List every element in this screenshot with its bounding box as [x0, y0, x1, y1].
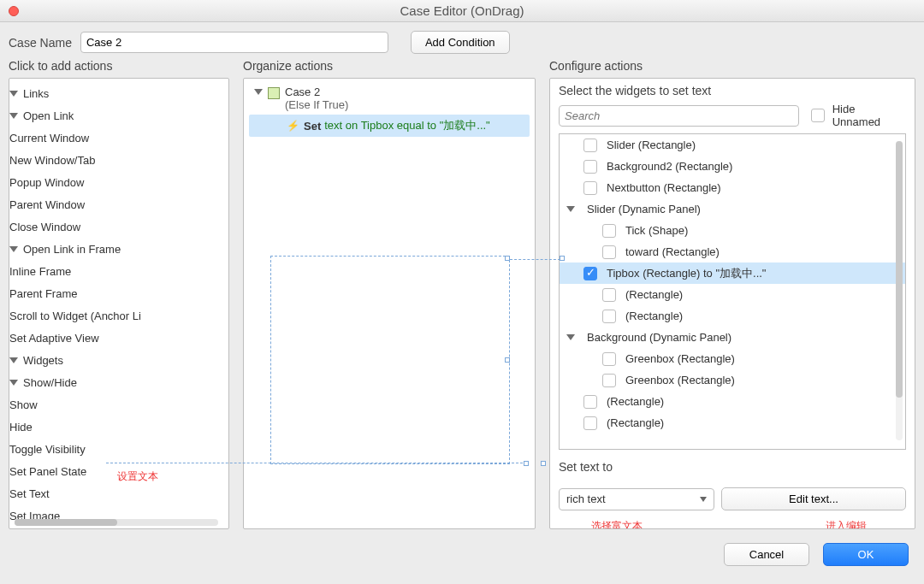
tree-set-text[interactable]: Set Text: [9, 484, 228, 503]
widget-label: Background (Dynamic Panel): [587, 331, 732, 344]
configure-header: Select the widgets to set text: [559, 84, 906, 97]
case-name-label: Case Name: [9, 36, 72, 50]
widget-label: Greenbox (Rectangle): [625, 352, 735, 365]
widget-row[interactable]: Slider (Dynamic Panel): [560, 198, 905, 220]
tree-toggle[interactable]: Toggle Visibility: [9, 439, 228, 458]
widget-row[interactable]: Tick (Shape): [560, 220, 905, 241]
widget-label: Tipbox (Rectangle) to "加载中...": [607, 266, 766, 281]
annotation-enter-edit: 进入编辑: [826, 519, 867, 529]
widget-checkbox[interactable]: [583, 160, 597, 174]
widget-label: Tick (Shape): [625, 224, 688, 237]
chevron-down-icon: [9, 113, 18, 119]
widget-checkbox[interactable]: [602, 245, 616, 259]
tree-parent-frame[interactable]: Parent Frame: [9, 284, 228, 303]
chevron-down-icon: [566, 334, 575, 340]
close-window-button[interactable]: [9, 6, 19, 16]
add-condition-button[interactable]: Add Condition: [411, 31, 510, 54]
widget-label: (Rectangle): [625, 288, 683, 301]
tree-hide[interactable]: Hide: [9, 417, 228, 436]
set-text-to-label: Set text to: [559, 460, 906, 474]
widget-row[interactable]: Background2 (Rectangle): [560, 156, 905, 177]
tree-show-hide[interactable]: Show/Hide: [9, 373, 228, 392]
widget-row[interactable]: Tipbox (Rectangle) to "加载中...": [560, 263, 905, 284]
case-name-input[interactable]: [80, 32, 388, 53]
widget-checkbox[interactable]: [602, 374, 616, 387]
chevron-down-icon: [9, 380, 18, 386]
widget-checkbox[interactable]: [583, 267, 597, 280]
hide-unnamed-row[interactable]: Hide Unnamed: [808, 103, 906, 128]
chevron-down-icon: [9, 91, 18, 97]
text-mode-select[interactable]: rich text: [559, 488, 714, 510]
tree-panel-state[interactable]: Set Panel State: [9, 462, 228, 481]
tree-close-window[interactable]: Close Window: [9, 217, 228, 236]
widget-checkbox[interactable]: [583, 416, 597, 430]
widget-row[interactable]: (Rectangle): [560, 412, 905, 434]
widget-label: (Rectangle): [607, 416, 664, 429]
case-label: Case 2 (Else If True): [285, 86, 348, 111]
chevron-down-icon: [700, 497, 707, 502]
chevron-down-icon: [9, 357, 18, 363]
widget-checkbox[interactable]: [602, 352, 616, 366]
hide-unnamed-label: Hide Unnamed: [832, 103, 906, 128]
left-column: Click to add actions Links Open Link Cur…: [9, 59, 229, 529]
widget-label: (Rectangle): [625, 310, 683, 322]
tree-show[interactable]: Show: [9, 395, 228, 414]
widget-label: Slider (Rectangle): [607, 139, 696, 151]
tree-links[interactable]: Links: [9, 84, 228, 103]
tree-new-window[interactable]: New Window/Tab: [9, 150, 228, 169]
actions-tree: Links Open Link Current Window New Windo…: [9, 79, 228, 527]
action-desc: text on Tipbox equal to "加载中...": [324, 118, 490, 133]
tree-parent-window[interactable]: Parent Window: [9, 195, 228, 214]
chevron-down-icon: [9, 246, 18, 252]
widget-row[interactable]: (Rectangle): [560, 305, 905, 327]
bottom-bar: Cancel OK: [0, 536, 924, 575]
annotation-select-rich: 选择富文本: [591, 519, 643, 529]
ok-button[interactable]: OK: [823, 543, 909, 566]
widget-checkbox[interactable]: [583, 181, 597, 195]
cancel-button[interactable]: Cancel: [724, 543, 809, 566]
tree-open-link[interactable]: Open Link: [9, 106, 228, 125]
tree-scroll-widget[interactable]: Scroll to Widget (Anchor Li: [9, 306, 228, 325]
widget-label: Background2 (Rectangle): [607, 160, 732, 173]
text-mode-value: rich text: [566, 493, 606, 505]
search-input[interactable]: [559, 105, 799, 127]
widget-checkbox[interactable]: [583, 395, 597, 409]
hide-unnamed-checkbox[interactable]: [811, 109, 825, 122]
case-action-row[interactable]: ⚡ Set text on Tipbox equal to "加载中...": [249, 115, 530, 137]
widget-row[interactable]: Greenbox (Rectangle): [560, 348, 905, 369]
tree-popup-window[interactable]: Popup Window: [9, 173, 228, 192]
widget-list: Slider (Rectangle)Background2 (Rectangle…: [559, 133, 906, 450]
widget-checkbox[interactable]: [583, 139, 597, 152]
widget-label: (Rectangle): [607, 395, 664, 408]
v-scrollbar[interactable]: [896, 141, 903, 440]
flow-icon: [268, 87, 280, 99]
widget-row[interactable]: (Rectangle): [560, 284, 905, 305]
tree-open-link-frame[interactable]: Open Link in Frame: [9, 239, 228, 258]
bolt-icon: ⚡: [287, 120, 299, 132]
widget-label: Slider (Dynamic Panel): [587, 203, 701, 215]
tree-current-window[interactable]: Current Window: [9, 128, 228, 147]
h-scroll-thumb[interactable]: [15, 519, 117, 526]
columns: Click to add actions Links Open Link Cur…: [0, 59, 924, 536]
widget-row[interactable]: (Rectangle): [560, 391, 905, 412]
titlebar: Case Editor (OnDrag): [0, 0, 924, 22]
tree-inline-frame[interactable]: Inline Frame: [9, 262, 228, 280]
widget-row[interactable]: Greenbox (Rectangle): [560, 369, 905, 391]
edit-text-button[interactable]: Edit text...: [721, 487, 906, 510]
right-column: Configure actions Select the widgets to …: [549, 59, 915, 529]
widget-checkbox[interactable]: [602, 310, 616, 323]
v-scroll-thumb[interactable]: [896, 141, 903, 398]
widget-checkbox[interactable]: [602, 288, 616, 302]
h-scrollbar[interactable]: [15, 519, 218, 526]
widget-row[interactable]: toward (Rectangle): [560, 241, 905, 263]
widget-row[interactable]: Background (Dynamic Panel): [560, 327, 905, 348]
widget-row[interactable]: Slider (Rectangle): [560, 134, 905, 156]
widget-row[interactable]: Nextbutton (Rectangle): [560, 177, 905, 198]
widget-label: toward (Rectangle): [625, 245, 720, 258]
case-node[interactable]: Case 2 (Else If True): [244, 82, 535, 111]
widget-checkbox[interactable]: [602, 224, 616, 238]
tree-widgets[interactable]: Widgets: [9, 351, 228, 369]
widget-label: Greenbox (Rectangle): [625, 374, 735, 386]
tree-adaptive-view[interactable]: Set Adaptive View: [9, 328, 228, 347]
top-row: Case Name Add Condition: [0, 22, 924, 59]
